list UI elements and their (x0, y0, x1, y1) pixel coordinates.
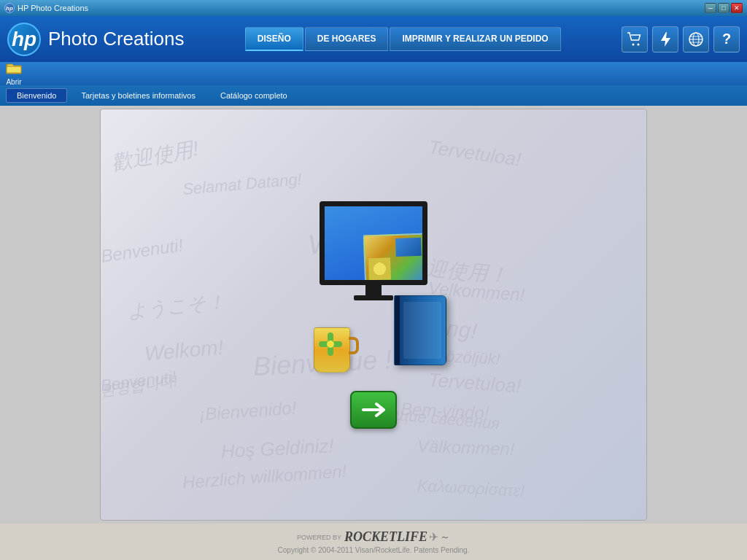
squiggle-icon: ～ (440, 531, 450, 544)
watermark-word: Καλωσορίσατε! (417, 476, 525, 501)
open-label: Abrir (6, 78, 21, 86)
title-bar-left: hp HP Photo Creations (4, 3, 88, 13)
mug (314, 327, 350, 373)
copyright-text: Copyright © 2004-2011 Visan/RocketLife. … (278, 546, 470, 554)
watermark-word: Välkommen! (417, 436, 514, 460)
minimize-button[interactable]: ─ (705, 3, 716, 13)
nav-tab-hogares[interactable]: DE HOGARES (305, 27, 389, 51)
watermark-word: Benvenuti! (101, 368, 177, 395)
svg-point-0 (632, 43, 635, 45)
title-bar-controls: ─ □ ✕ (705, 3, 743, 13)
title-bar: hp HP Photo Creations ─ □ ✕ (0, 0, 747, 16)
welcome-panel: 歡迎使用!Selamat Datang!Tervetuloa!Benvenuti… (100, 109, 647, 521)
maximize-button[interactable]: □ (718, 3, 729, 13)
main-nav: DISEÑO DE HOGARES IMPRIMIR Y REALIZAR UN… (245, 27, 561, 51)
logo-area: hp Photo Creations (7, 23, 184, 56)
hp-logo-text: hp (12, 28, 36, 51)
main-content: 歡迎使用!Selamat Datang!Tervetuloa!Benvenuti… (0, 106, 747, 524)
monitor (320, 201, 427, 300)
watermark-word: Herzlich willkommen! (182, 461, 347, 493)
globe-icon[interactable] (683, 26, 709, 52)
photo-book (394, 295, 446, 365)
watermark-word: Benvenuti! (101, 235, 185, 267)
watermark-word: Tervetuloa! (427, 136, 522, 171)
open-button[interactable]: Abrir (6, 62, 22, 86)
watermark-word: 환영합니다! (101, 371, 179, 401)
sub-tabs: Bienvenido Tarjetas y boletines informat… (0, 85, 747, 106)
toolbar: Abrir (0, 62, 747, 85)
help-icon[interactable]: ? (713, 26, 740, 52)
go-arrow-icon (360, 400, 387, 420)
watermark-word: Welkom! (144, 336, 225, 366)
mug-handle (349, 337, 359, 354)
app-title: Photo Creations (48, 28, 184, 50)
mug-body (314, 327, 350, 373)
hp-logo: hp (7, 23, 41, 56)
subtab-bienvenido[interactable]: Bienvenido (6, 88, 67, 103)
nav-tab-imprimir[interactable]: IMPRIMIR Y REALIZAR UN PEDIDO (390, 27, 560, 51)
close-button[interactable]: ✕ (731, 3, 743, 13)
title-bar-text: HP Photo Creations (18, 4, 88, 12)
powered-by-text: POWERED BY (297, 534, 341, 541)
monitor-screen (320, 201, 427, 285)
photo-card (363, 233, 427, 284)
nav-tab-diseno[interactable]: DISEÑO (245, 27, 303, 51)
title-bar-logo: hp (4, 3, 15, 13)
monitor-base (354, 295, 393, 300)
illustration (293, 201, 454, 384)
mug-flower (319, 332, 342, 356)
subtab-catalogo[interactable]: Catálogo completo (209, 88, 298, 103)
header-icons: ? (622, 26, 740, 52)
cart-icon[interactable] (622, 26, 648, 52)
app-header: hp Photo Creations DISEÑO DE HOGARES IMP… (0, 16, 747, 62)
go-button[interactable] (350, 391, 397, 429)
subtab-tarjetas[interactable]: Tarjetas y boletines informativos (70, 88, 206, 103)
watermark-word: ¡Bienvenido! (198, 397, 297, 424)
powered-by: POWERED BY RocketLife ✈ ～ (297, 529, 450, 545)
footer: POWERED BY RocketLife ✈ ～ Copyright © 20… (0, 524, 747, 560)
rocketlife-name: RocketLife (344, 529, 427, 545)
monitor-stand (365, 285, 382, 295)
svg-point-1 (638, 43, 640, 45)
watermark-word: Hoş Geldiniz! (220, 435, 334, 463)
folder-icon (6, 62, 22, 77)
rocketlife-logo-area: RocketLife ✈ ～ (344, 529, 450, 545)
flash-icon[interactable] (652, 26, 678, 52)
watermark-word: 歡迎使用! (110, 135, 201, 177)
watermark-word: Selamat Datang! (182, 170, 303, 199)
rocket-icon: ✈ (429, 530, 438, 544)
watermark-word: ようこそ！ (127, 289, 227, 324)
center-content (293, 201, 454, 429)
